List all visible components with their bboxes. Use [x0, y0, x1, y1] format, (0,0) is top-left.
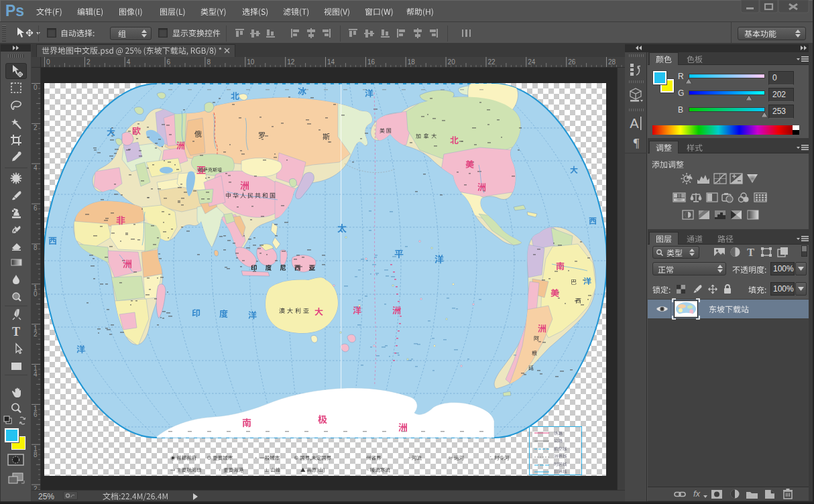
- svg-text:28: 28: [608, 58, 616, 66]
- svg-text:4: 4: [34, 164, 38, 172]
- svg-text:2: 2: [34, 330, 38, 338]
- svg-text:20: 20: [448, 58, 456, 66]
- svg-text:22: 22: [488, 58, 496, 66]
- svg-text:2: 2: [34, 485, 38, 490]
- svg-text:6: 6: [34, 204, 38, 212]
- svg-text:6: 6: [167, 58, 171, 66]
- svg-text:2: 2: [34, 124, 38, 131]
- svg-text:10: 10: [247, 58, 255, 66]
- svg-text:8: 8: [207, 58, 211, 66]
- svg-text:24: 24: [528, 58, 536, 66]
- svg-text:18: 18: [408, 58, 416, 66]
- svg-text:8: 8: [34, 244, 38, 251]
- svg-text:26: 26: [568, 58, 576, 66]
- svg-text:¶: ¶: [634, 136, 640, 150]
- svg-text:4: 4: [127, 58, 131, 66]
- svg-text:A: A: [630, 116, 639, 131]
- svg-text:16: 16: [367, 58, 375, 66]
- svg-text:14: 14: [327, 58, 335, 66]
- svg-text:6: 6: [34, 411, 38, 418]
- svg-text:12: 12: [287, 58, 295, 66]
- svg-text:4: 4: [34, 371, 38, 378]
- svg-text:0: 0: [46, 58, 50, 66]
- svg-text:2: 2: [86, 58, 91, 66]
- svg-text:0: 0: [34, 290, 38, 298]
- svg-text:T: T: [12, 325, 20, 338]
- svg-text:8: 8: [34, 451, 38, 458]
- svg-text:0: 0: [34, 84, 38, 91]
- svg-text:T: T: [747, 247, 754, 257]
